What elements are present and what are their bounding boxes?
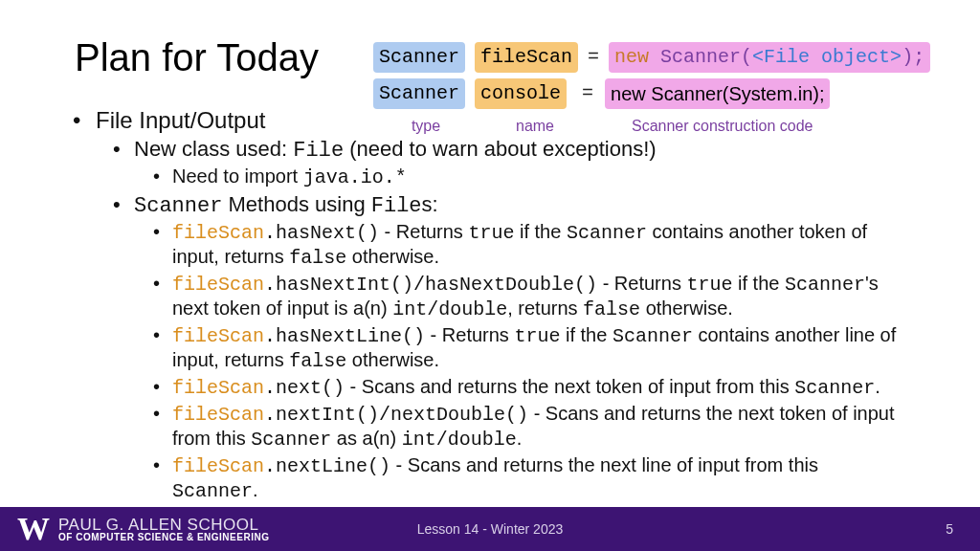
label-type: type bbox=[379, 115, 473, 138]
footer-lesson: Lesson 14 - Winter 2023 bbox=[417, 521, 564, 537]
bullet-l3: fileScan.nextInt()/nextDouble() - Scans … bbox=[172, 402, 908, 452]
bullet-l3: Need to import java.io.* bbox=[172, 165, 908, 189]
bullet-l2: Scanner Methods using Files: fileScan.ha… bbox=[134, 191, 908, 503]
w-logo-icon: W bbox=[17, 511, 49, 547]
type-highlight: Scanner bbox=[373, 42, 465, 73]
footer: W PAUL G. ALLEN SCHOOL OF COMPUTER SCIEN… bbox=[0, 507, 980, 551]
construction-highlight: new Scanner(<File object>); bbox=[609, 42, 930, 73]
bullet-l3: fileScan.hasNext() - Returns true if the… bbox=[172, 220, 908, 270]
bullet-l3: fileScan.next() - Scans and returns the … bbox=[172, 375, 908, 400]
footer-page-number: 5 bbox=[946, 521, 953, 537]
code-example: Scanner fileScan = new Scanner(<File obj… bbox=[373, 42, 930, 138]
school-sub: OF COMPUTER SCIENCE & ENGINEERING bbox=[58, 533, 269, 542]
label-construction: Scanner construction code bbox=[632, 115, 813, 138]
slide-content: File Input/Output New class used: File (… bbox=[75, 106, 908, 503]
code-row-2: Scanner console = new Scanner(System.in)… bbox=[373, 78, 930, 109]
code-row-1: Scanner fileScan = new Scanner(<File obj… bbox=[373, 42, 930, 73]
construction-highlight: new Scanner(System.in); bbox=[605, 78, 830, 109]
bullet-l3: fileScan.hasNextInt()/hasNextDouble() - … bbox=[172, 272, 908, 321]
name-highlight: console bbox=[475, 78, 567, 109]
school-main: PAUL G. ALLEN SCHOOL bbox=[58, 517, 269, 533]
name-highlight: fileScan bbox=[475, 42, 578, 73]
slide: Plan for Today Scanner fileScan = new Sc… bbox=[0, 0, 980, 551]
label-name: name bbox=[482, 115, 588, 138]
bullet-l2: New class used: File (need to warn about… bbox=[134, 136, 908, 189]
bullet-l1: File Input/Output New class used: File (… bbox=[96, 106, 908, 503]
equals-sign: = bbox=[588, 43, 599, 72]
equals-sign: = bbox=[582, 79, 593, 108]
bullet-l3: fileScan.hasNextLine() - Returns true if… bbox=[172, 323, 908, 373]
bullet-l3: fileScan.nextLine() - Scans and returns … bbox=[172, 453, 908, 503]
school-name: PAUL G. ALLEN SCHOOL OF COMPUTER SCIENCE… bbox=[58, 517, 269, 542]
type-highlight: Scanner bbox=[373, 78, 465, 109]
code-labels: type name Scanner construction code bbox=[373, 115, 930, 138]
footer-logo: W PAUL G. ALLEN SCHOOL OF COMPUTER SCIEN… bbox=[0, 511, 269, 547]
